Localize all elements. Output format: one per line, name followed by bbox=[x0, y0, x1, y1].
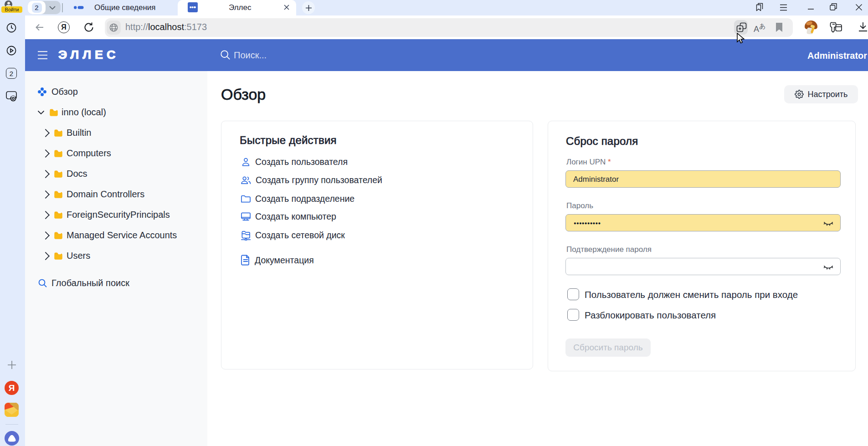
svg-text:A: A bbox=[754, 25, 759, 33]
svg-text:あ: あ bbox=[759, 22, 765, 30]
